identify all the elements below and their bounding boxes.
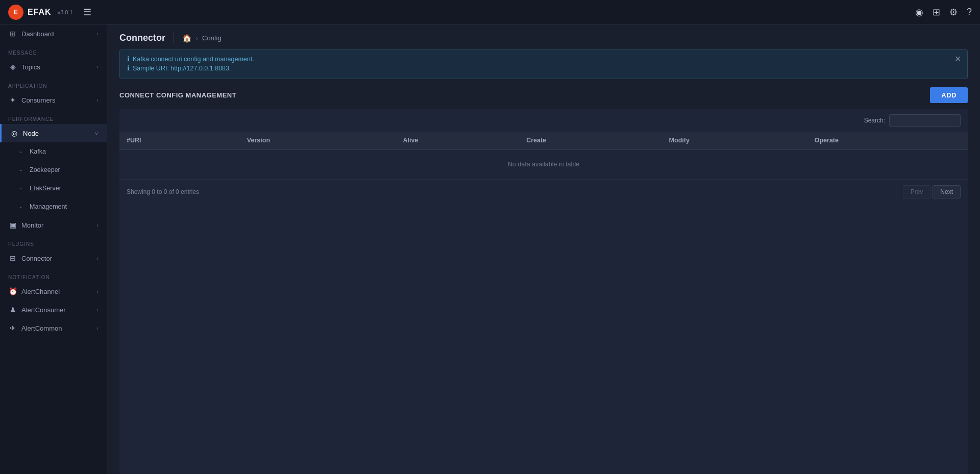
sidebar-item-label: Connector — [21, 255, 52, 262]
grid-icon[interactable]: ⊞ — [933, 7, 940, 18]
sidebar-item-zookeeper[interactable]: · Zookeeper — [0, 161, 107, 179]
sidebar: ⊞ Dashboard ‹ MESSAGE ◈ Topics ‹ APPLICA… — [0, 24, 107, 474]
section-label-performance: PERFORMANCE — [0, 109, 107, 124]
layout: ⊞ Dashboard ‹ MESSAGE ◈ Topics ‹ APPLICA… — [0, 24, 980, 474]
sidebar-item-label: Zookeeper — [30, 166, 60, 173]
profile-icon[interactable]: ◉ — [915, 7, 923, 18]
search-label: Search: — [864, 117, 885, 124]
info-icon-1: ℹ — [127, 55, 130, 63]
chevron-icon: ‹ — [96, 222, 99, 228]
breadcrumb-arrow-icon: › — [196, 35, 198, 42]
sidebar-item-alertcommon[interactable]: ✈ AlertCommon ‹ — [0, 319, 107, 337]
chevron-icon: ‹ — [96, 288, 99, 294]
chevron-icon: ‹ — [96, 325, 99, 331]
sidebar-item-label: Monitor — [21, 221, 43, 229]
alertconsumer-icon: ♟ — [8, 306, 17, 314]
sidebar-item-label: AlertConsumer — [21, 306, 66, 314]
sidebar-item-consumers[interactable]: ✦ Consumers ‹ — [0, 91, 107, 109]
breadcrumb: Connector 🏠 › Config — [107, 24, 980, 49]
section-label-application: APPLICATION — [0, 76, 107, 91]
col-header-modify: Modify — [662, 132, 807, 149]
settings-icon[interactable]: ⚙ — [949, 7, 958, 18]
col-header-alive: Alive — [396, 132, 519, 149]
sidebar-item-label: Topics — [21, 63, 40, 71]
sidebar-item-alertconsumer[interactable]: ♟ AlertConsumer ‹ — [0, 301, 107, 319]
sidebar-item-label: Kafka — [30, 148, 46, 155]
sidebar-item-alertchannel[interactable]: ⏰ AlertChannel ‹ — [0, 282, 107, 301]
breadcrumb-separator — [174, 33, 174, 43]
chevron-icon: ‹ — [96, 64, 99, 70]
sidebar-item-connector[interactable]: ⊟ Connector ‹ — [0, 249, 107, 267]
brand-version: v3.0.1 — [58, 9, 73, 15]
section-label-notification: NOTIFICATION — [0, 267, 107, 282]
next-button[interactable]: Next — [933, 185, 961, 198]
page-title: Connector — [119, 33, 165, 43]
info-banner-line-2: ℹ Sample URI: http://127.0.0.1:8083. — [127, 64, 960, 72]
chevron-icon: ‹ — [96, 307, 99, 313]
table-toolbar: Search: — [119, 109, 968, 132]
zookeeper-icon: · — [16, 166, 26, 174]
prev-button[interactable]: Prev — [903, 185, 931, 198]
sidebar-item-label: Dashboard — [21, 30, 54, 38]
sidebar-item-label: Management — [30, 203, 67, 210]
section-title: CONNECT CONFIG MANAGEMENT — [119, 91, 236, 99]
chevron-icon: ∨ — [94, 130, 99, 137]
efakserver-icon: · — [16, 184, 26, 192]
hamburger-button[interactable]: ☰ — [83, 7, 91, 18]
col-header-version: Version — [240, 132, 396, 149]
sidebar-item-kafka[interactable]: · Kafka — [0, 142, 107, 161]
table-container: Search: #URI Version Alive Create Modify… — [119, 109, 968, 474]
sidebar-item-label: AlertCommon — [21, 325, 62, 332]
top-navbar: E EFAK v3.0.1 ☰ ◉ ⊞ ⚙ ? — [0, 0, 980, 24]
no-data-row: No data available in table — [119, 149, 968, 180]
sidebar-item-label: Node — [23, 130, 39, 137]
info-banner: ℹ Kafka connect uri config and managemen… — [119, 49, 968, 79]
sidebar-item-monitor[interactable]: ▣ Monitor ‹ — [0, 216, 107, 234]
topics-icon: ◈ — [8, 63, 17, 71]
sidebar-item-label: EfakServer — [30, 185, 61, 192]
table-footer: Showing 0 to 0 of 0 entries Prev Next — [119, 180, 968, 204]
navbar-right: ◉ ⊞ ⚙ ? — [915, 7, 972, 18]
brand: E EFAK v3.0.1 — [8, 5, 73, 20]
sidebar-item-label: Consumers — [21, 96, 55, 104]
col-header-create: Create — [519, 132, 662, 149]
help-icon[interactable]: ? — [967, 7, 972, 17]
info-icon-2: ℹ — [127, 64, 130, 72]
brand-logo: E — [8, 5, 23, 20]
chevron-icon: ‹ — [96, 255, 99, 261]
section-label-plugins: PLUGINS — [0, 234, 107, 249]
kafka-icon: · — [16, 147, 26, 156]
table-showing-text: Showing 0 to 0 of 0 entries — [127, 188, 199, 195]
alertcommon-icon: ✈ — [8, 324, 17, 332]
pagination: Prev Next — [903, 185, 961, 198]
breadcrumb-home-icon[interactable]: 🏠 — [182, 34, 192, 43]
breadcrumb-current: Config — [202, 34, 222, 42]
monitor-icon: ▣ — [8, 221, 17, 229]
connector-icon: ⊟ — [8, 254, 17, 262]
info-banner-line-1: ℹ Kafka connect uri config and managemen… — [127, 55, 960, 63]
search-input[interactable] — [889, 114, 961, 127]
sidebar-item-dashboard[interactable]: ⊞ Dashboard ‹ — [0, 24, 107, 43]
sidebar-item-topics[interactable]: ◈ Topics ‹ — [0, 58, 107, 76]
sidebar-item-management[interactable]: · Management — [0, 197, 107, 216]
chevron-icon: ‹ — [96, 31, 99, 37]
alertchannel-icon: ⏰ — [8, 287, 17, 295]
node-icon: ◎ — [10, 129, 19, 137]
main-content: Connector 🏠 › Config ℹ Kafka connect uri… — [107, 24, 980, 474]
sidebar-item-node[interactable]: ◎ Node ∨ — [0, 124, 107, 142]
management-icon: · — [16, 203, 26, 211]
section-label-message: MESSAGE — [0, 43, 107, 58]
sidebar-item-efakserver[interactable]: · EfakServer — [0, 179, 107, 197]
data-table: #URI Version Alive Create Modify Operate… — [119, 132, 968, 180]
dashboard-icon: ⊞ — [8, 30, 17, 38]
add-button[interactable]: ADD — [930, 87, 968, 103]
col-header-uri: #URI — [119, 132, 240, 149]
no-data-text: No data available in table — [119, 149, 968, 180]
col-header-operate: Operate — [807, 132, 968, 149]
consumers-icon: ✦ — [8, 96, 17, 104]
banner-close-button[interactable]: ✕ — [954, 54, 961, 64]
section-header: CONNECT CONFIG MANAGEMENT ADD — [119, 87, 968, 103]
sidebar-item-label: AlertChannel — [21, 288, 60, 295]
brand-name: EFAK — [28, 8, 52, 17]
chevron-icon: ‹ — [96, 97, 99, 103]
